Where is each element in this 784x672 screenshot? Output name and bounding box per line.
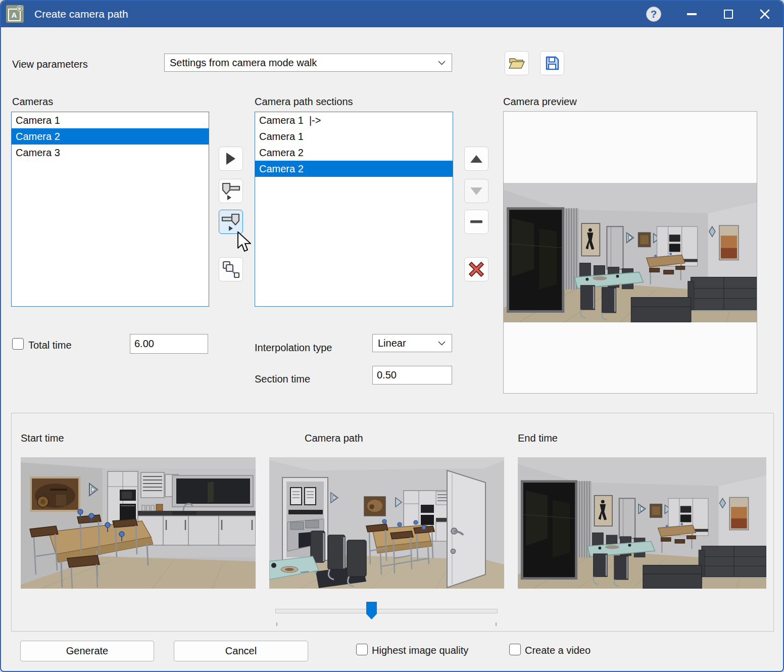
app-icon-badge bbox=[17, 6, 23, 12]
titlebar: A Create camera path ? bbox=[1, 1, 783, 27]
red-x-icon bbox=[468, 261, 484, 277]
camera-path-label: Camera path bbox=[305, 433, 363, 444]
start-time-label: Start time bbox=[21, 433, 64, 444]
append-section-button[interactable] bbox=[219, 210, 243, 234]
save-settings-button[interactable] bbox=[540, 51, 564, 75]
bar-marker-left-icon bbox=[221, 213, 240, 231]
camera-list-item-selected[interactable]: Camera 2 bbox=[12, 128, 209, 145]
open-settings-button[interactable] bbox=[505, 51, 529, 75]
help-button[interactable]: ? bbox=[646, 7, 661, 22]
view-parameters-label: View parameters bbox=[12, 59, 88, 70]
marker-bar-right-icon bbox=[221, 182, 240, 200]
triangle-up-icon bbox=[470, 155, 483, 163]
end-time-render bbox=[518, 457, 766, 589]
close-icon bbox=[759, 8, 771, 20]
maximize-icon bbox=[724, 10, 733, 19]
camera-preview-render bbox=[504, 183, 757, 322]
slider-tick-end bbox=[496, 622, 497, 626]
minimize-icon bbox=[687, 13, 697, 15]
interpolation-type-value: Linear bbox=[378, 338, 406, 349]
minus-icon bbox=[470, 220, 482, 223]
move-down-button[interactable] bbox=[464, 179, 488, 203]
highest-image-quality-label: Highest image quality bbox=[372, 645, 468, 656]
delete-all-button[interactable] bbox=[464, 257, 488, 281]
app-icon: A bbox=[6, 5, 24, 23]
create-camera-path-dialog: A Create camera path ? View parameters S… bbox=[0, 0, 784, 672]
timeline-slider-handle[interactable] bbox=[366, 602, 377, 619]
total-time-label: Total time bbox=[28, 340, 72, 351]
cancel-button[interactable]: Cancel bbox=[174, 641, 308, 661]
maximize-button[interactable] bbox=[713, 1, 744, 27]
interpolation-type-label: Interpolation type bbox=[255, 342, 332, 354]
folder-open-icon bbox=[509, 57, 525, 70]
camera-path-sections-label: Camera path sections bbox=[255, 96, 353, 108]
path-squares-icon bbox=[222, 260, 240, 278]
timeline-slider-track[interactable] bbox=[275, 609, 498, 613]
minimize-button[interactable] bbox=[676, 1, 707, 27]
camera-list-item[interactable]: Camera 1 bbox=[12, 112, 209, 128]
chevron-down-icon bbox=[438, 341, 446, 346]
view-parameters-dropdown[interactable]: Settings from camera mode walk bbox=[164, 54, 452, 72]
move-up-button[interactable] bbox=[464, 147, 488, 171]
highest-image-quality-checkbox[interactable] bbox=[356, 644, 368, 655]
end-time-label: End time bbox=[518, 433, 558, 444]
section-time-input[interactable] bbox=[372, 366, 452, 385]
interpolation-type-dropdown[interactable]: Linear bbox=[372, 334, 452, 352]
camera-path-sections-list[interactable]: Camera 1 |-> Camera 1 Camera 2 Camera 2 bbox=[255, 112, 453, 307]
section-list-item[interactable]: Camera 1 |-> bbox=[255, 112, 453, 128]
remove-section-button[interactable] bbox=[464, 210, 488, 234]
cameras-label: Cameras bbox=[12, 96, 53, 108]
slider-tick-start bbox=[276, 622, 277, 626]
add-section-button[interactable] bbox=[219, 147, 243, 171]
view-parameters-value: Settings from camera mode walk bbox=[170, 57, 317, 69]
camera-preview-box bbox=[503, 111, 757, 394]
create-video-label: Create a video bbox=[525, 645, 591, 656]
section-list-item[interactable]: Camera 1 bbox=[255, 128, 453, 145]
section-list-item-selected[interactable]: Camera 2 bbox=[255, 161, 453, 177]
play-right-icon bbox=[225, 152, 236, 165]
window-title: Create camera path bbox=[34, 1, 128, 27]
chevron-down-icon bbox=[438, 61, 446, 65]
camera-path-render bbox=[269, 457, 504, 589]
floppy-save-icon bbox=[545, 56, 560, 71]
triangle-down-icon bbox=[470, 187, 483, 196]
create-video-checkbox[interactable] bbox=[509, 644, 521, 655]
camera-preview-label: Camera preview bbox=[503, 96, 577, 108]
start-time-render bbox=[21, 457, 256, 589]
total-time-checkbox[interactable] bbox=[12, 338, 24, 350]
prepend-section-button[interactable] bbox=[219, 179, 243, 203]
generate-button[interactable]: Generate bbox=[20, 641, 154, 661]
mouse-cursor bbox=[236, 231, 253, 253]
timeline-panel: Start time Camera path End time bbox=[11, 413, 774, 632]
close-button[interactable] bbox=[750, 1, 780, 27]
section-time-label: Section time bbox=[255, 373, 310, 385]
section-list-item[interactable]: Camera 2 bbox=[255, 145, 453, 161]
route-path-button[interactable] bbox=[219, 257, 243, 281]
total-time-input[interactable] bbox=[130, 334, 208, 354]
cameras-list[interactable]: Camera 1 Camera 2 Camera 3 bbox=[11, 112, 209, 307]
camera-list-item[interactable]: Camera 3 bbox=[12, 145, 209, 161]
